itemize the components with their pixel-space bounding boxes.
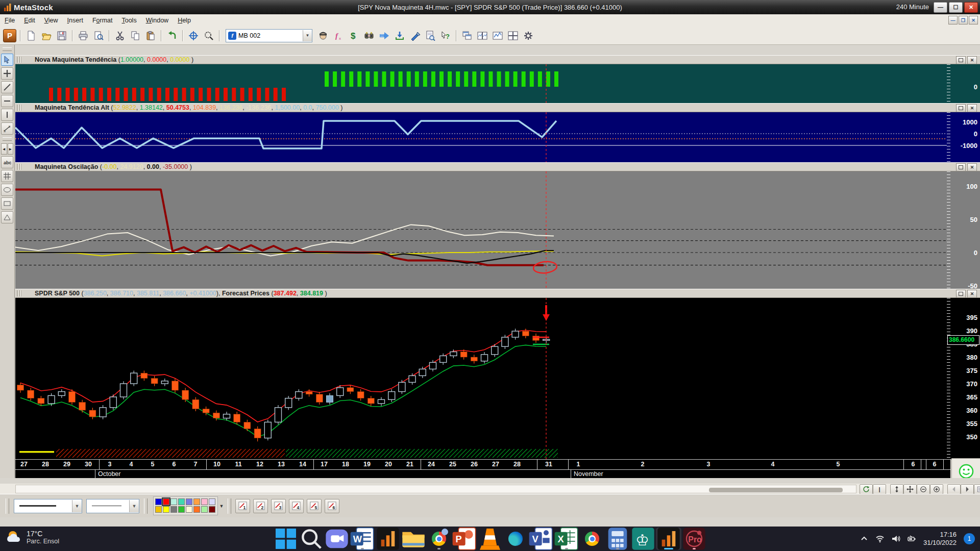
toolbar-report-button[interactable] [423,29,437,43]
panel-maximize-button[interactable] [956,56,966,64]
toolbar-open-button[interactable] [39,29,54,43]
menu-help[interactable]: Help [173,15,195,26]
toolbar-downloader-button[interactable] [393,29,407,43]
panel-close-button[interactable]: ✕ [967,290,977,298]
menu-format[interactable]: Format [88,15,117,26]
toolbar-paste-button[interactable] [143,29,158,43]
horizontal-scrollbar[interactable] [15,485,856,493]
color-swatch[interactable] [193,498,200,505]
color-swatch[interactable] [201,498,208,505]
scroll-pan-button[interactable] [903,484,917,494]
panel-header-grip[interactable] [17,164,21,170]
text-tool-button[interactable]: abc [1,156,13,168]
panel-header-grip[interactable] [17,105,21,111]
triangle-tool-button[interactable] [1,211,13,223]
child-restore-button[interactable]: ❐ [959,16,968,24]
line-style-combo[interactable]: ▼ [14,499,82,513]
wifi-icon[interactable] [875,534,885,543]
panel-header-grip[interactable] [17,290,21,296]
color-swatch[interactable] [155,506,162,513]
toolbar-explorer-button[interactable] [362,29,376,43]
menu-tools[interactable]: Tools [117,15,141,26]
scroll-forward-button[interactable] [961,484,974,494]
notification-badge[interactable]: 1 [964,533,975,544]
color-swatch[interactable] [209,498,215,505]
taskbar-app-calculator[interactable] [605,528,630,550]
scroll-refresh-button[interactable] [860,484,873,494]
taskbar-app-excel[interactable]: X [554,528,579,550]
crosshair-tool-button[interactable] [1,67,13,80]
weather-widget[interactable]: 17°C Parc. Ensol [5,529,59,546]
toolbar-system-tester-button[interactable]: $ [347,29,361,43]
toolbar-expert-advisor-button[interactable] [316,29,330,43]
color-swatch[interactable] [163,506,169,513]
ellipse-tool-button[interactable] [1,184,13,196]
panel-header-grip[interactable] [17,57,21,63]
layout-button-1[interactable]: 1 [235,499,250,513]
scroll-zoom-out-button[interactable] [917,484,930,494]
combo-dropdown-arrow[interactable]: ▼ [129,500,139,512]
volume-icon[interactable] [891,534,900,543]
toolbar-save-button[interactable] [55,29,69,43]
layout-button-5[interactable]: 5 [307,499,322,513]
scroll-vresize-button[interactable] [890,484,903,494]
taskbar-app-chess[interactable]: ♔ [630,528,656,550]
window-close-button[interactable]: ✕ [964,2,978,13]
panel-close-button[interactable]: ✕ [967,163,977,171]
toolbar-indicator-builder-button[interactable]: fx [331,29,346,43]
grid-tool-button[interactable] [1,170,13,182]
palette-dropdown-arrow[interactable]: ▼ [218,498,225,514]
layout-button-6[interactable]: 6 [325,499,339,513]
taskbar-app-chrome[interactable] [426,528,452,550]
layout-button-3[interactable]: 3 [271,499,286,513]
taskbar-app-vlc[interactable] [477,528,503,550]
panel-maximize-button[interactable] [956,290,966,298]
toolbar-cut-button[interactable] [113,29,127,43]
toolbar-power-console-button[interactable]: P [3,29,17,43]
taskbar-app-visio[interactable]: V [528,528,554,550]
toolbar-options-button[interactable] [521,29,535,43]
toolbar-tile-grid-button[interactable] [506,29,520,43]
scrollbar-thumb[interactable] [709,488,843,492]
color-swatch[interactable] [170,506,177,513]
taskbar-app-chat[interactable] [324,528,350,550]
chart-plot-maquineta-tendencia-alt[interactable] [15,112,947,162]
chart-plot-nova-maquineta-tendencia[interactable] [15,64,947,103]
taskbar-app-pro[interactable]: Pro [681,528,707,550]
toolbar-new-chart-button[interactable] [24,29,38,43]
color-swatch[interactable] [201,506,208,513]
combo-dropdown-arrow[interactable]: ▼ [72,500,82,512]
menu-window[interactable]: Window [141,15,173,26]
panel-close-button[interactable]: ✕ [967,56,977,64]
combo-dropdown-arrow[interactable]: ▼ [303,30,312,41]
color-swatch[interactable] [193,506,200,513]
color-swatch[interactable] [170,498,177,505]
chart-plot-maquineta-oscilacao[interactable] [15,171,947,289]
taskbar-app-search[interactable] [299,528,324,550]
template-combo[interactable]: fMB 002▼ [226,29,312,42]
layout-button-2[interactable]: 2 [253,499,268,513]
taskbar-app-chrome2[interactable] [579,528,605,550]
taskbar-app-edge[interactable] [503,528,528,550]
toolbar-undo-button[interactable] [165,29,179,43]
color-swatch[interactable] [163,498,169,505]
menu-edit[interactable]: Edit [19,15,40,26]
toolbar-drawing-tools-button[interactable] [408,29,422,43]
panel-maximize-button[interactable] [956,104,966,112]
toolbar-crosshair-button[interactable] [186,29,201,43]
panel-maximize-button[interactable] [956,163,966,171]
toolbar-cascade-button[interactable] [460,29,474,43]
tray-chevron[interactable] [860,534,869,543]
stop-tool-button[interactable]: SL [1,122,13,135]
menu-insert[interactable]: Insert [63,15,88,26]
taskbar-app-explorer[interactable] [401,528,426,550]
horizontal-line-button[interactable] [1,95,13,107]
scroll-zoom-in-button[interactable] [930,484,943,494]
window-maximize-button[interactable]: ☐ [949,2,963,13]
color-swatch[interactable] [178,506,185,513]
window-minimize-button[interactable]: — [934,2,947,13]
taskbar-clock[interactable]: 17:16 31/10/2022 [923,531,957,547]
panel-close-button[interactable]: ✕ [967,104,977,112]
taskbar-app-word[interactable]: W [350,528,375,550]
trendline-button[interactable] [1,81,13,93]
